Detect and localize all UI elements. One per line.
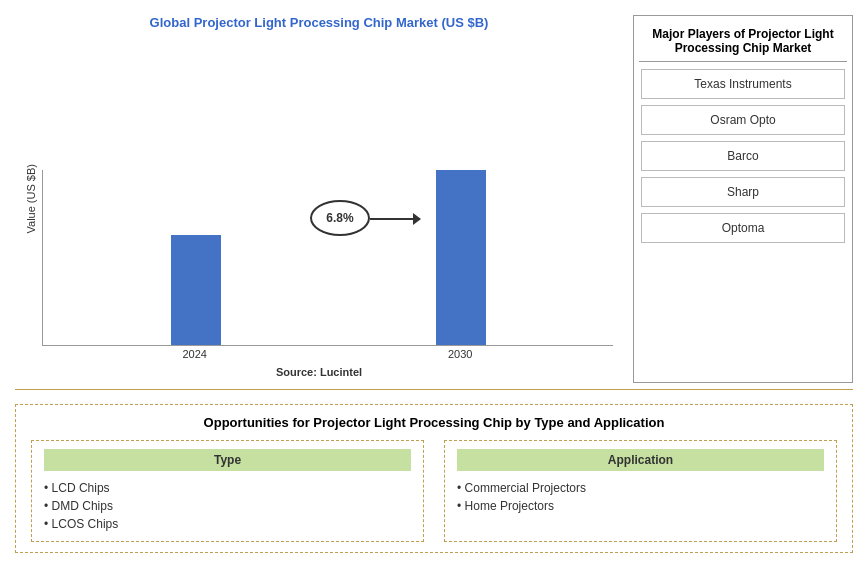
chart-title: Global Projector Light Processing Chip M…	[150, 15, 489, 30]
player-item-ti: Texas Instruments	[641, 69, 845, 99]
players-title: Major Players of Projector Light Process…	[639, 21, 847, 62]
player-item-optoma: Optoma	[641, 213, 845, 243]
chart-inner: 6.8% 2024	[42, 170, 613, 360]
y-axis-label: Value (US $B)	[25, 164, 37, 234]
players-area: Major Players of Projector Light Process…	[633, 15, 853, 383]
divider-line	[15, 389, 853, 390]
bar-group-2030	[436, 170, 486, 345]
cagr-annotation: 6.8%	[310, 200, 370, 236]
x-label-2024: 2024	[170, 348, 220, 360]
bar-group-2024	[171, 235, 221, 345]
type-item-dmd: DMD Chips	[44, 497, 411, 515]
bars-container: 6.8%	[42, 170, 613, 346]
top-section: Global Projector Light Processing Chip M…	[15, 10, 853, 383]
type-item-lcd: LCD Chips	[44, 479, 411, 497]
type-header: Type	[44, 449, 411, 471]
type-item-lcos: LCOS Chips	[44, 515, 411, 533]
bottom-section-title: Opportunities for Projector Light Proces…	[31, 415, 837, 430]
app-item-commercial: Commercial Projectors	[457, 479, 824, 497]
bottom-section: Opportunities for Projector Light Proces…	[15, 404, 853, 553]
chart-wrapper: Value (US $B) 6.8%	[25, 38, 613, 360]
type-column: Type LCD Chips DMD Chips LCOS Chips	[31, 440, 424, 542]
main-container: Global Projector Light Processing Chip M…	[0, 0, 868, 563]
source-text: Source: Lucintel	[276, 366, 362, 378]
bar-2024	[171, 235, 221, 345]
application-header: Application	[457, 449, 824, 471]
player-item-osram: Osram Opto	[641, 105, 845, 135]
player-item-sharp: Sharp	[641, 177, 845, 207]
chart-area: Global Projector Light Processing Chip M…	[15, 10, 623, 383]
x-axis-labels: 2024 2030	[42, 348, 613, 360]
arrow-line	[370, 218, 420, 220]
app-item-home: Home Projectors	[457, 497, 824, 515]
cagr-ellipse: 6.8%	[310, 200, 370, 236]
application-column: Application Commercial Projectors Home P…	[444, 440, 837, 542]
player-item-barco: Barco	[641, 141, 845, 171]
bottom-columns: Type LCD Chips DMD Chips LCOS Chips Appl…	[31, 440, 837, 542]
x-label-2030: 2030	[435, 348, 485, 360]
cagr-value: 6.8%	[326, 211, 353, 225]
bar-2030	[436, 170, 486, 345]
